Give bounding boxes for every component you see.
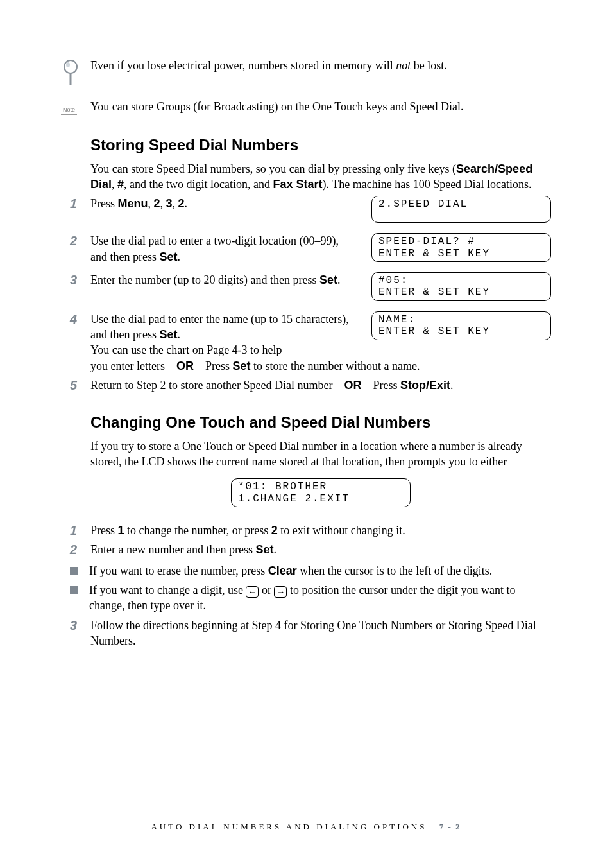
bullet-change-digit: If you want to change a digit, use ← or …: [61, 582, 551, 614]
txt: OR: [176, 360, 194, 372]
txt: —Press: [361, 379, 400, 392]
txt: 3: [166, 197, 173, 210]
txt: Stop/Exit: [400, 379, 450, 392]
step-3: 3 Follow the directions beginning at Ste…: [61, 618, 551, 649]
txt: Fax Start: [273, 178, 322, 191]
txt: or: [259, 584, 274, 596]
step-3: 3 Enter the number (up to 20 digits) and…: [61, 272, 551, 308]
txt: 2: [178, 197, 185, 210]
sec2-steps: 1 Press 1 to change the number, or press…: [61, 523, 551, 558]
step-number: 3: [61, 272, 90, 288]
lcd-display: #05: ENTER & SET KEY: [371, 272, 551, 301]
step-text: Use the dial pad to enter a two-digit lo…: [90, 233, 352, 268]
tip-callout: Even if you lose electrical power, numbe…: [61, 58, 551, 87]
txt: Press: [90, 524, 118, 537]
txt: Use the dial pad to enter the name (up t…: [90, 313, 349, 341]
magnifier-icon: [61, 59, 87, 87]
txt: to change the number, or press: [124, 524, 271, 537]
footer-title: AUTO DIAL NUMBERS AND DIALING OPTIONS: [151, 822, 427, 831]
step-1: 1 Press Menu, 2, 3, 2. 2.SPEED DIAL: [61, 196, 551, 229]
tip-text: Even if you lose electrical power, numbe…: [90, 58, 551, 73]
tip-text-after: be lost.: [411, 59, 447, 72]
txt: to store the number without a name.: [251, 360, 420, 372]
txt: You can store Speed Dial numbers, so you…: [90, 162, 456, 175]
footer-page: 7 - 2: [439, 822, 461, 831]
step-1: 1 Press 1 to change the number, or press…: [61, 523, 551, 538]
txt: 2: [154, 197, 160, 210]
txt: ,: [173, 197, 178, 210]
step-number: 1: [61, 196, 90, 211]
txt: Set: [319, 273, 337, 286]
txt: If you want to change a digit, use: [89, 584, 246, 596]
txt: Set: [159, 328, 177, 341]
step-number: 2: [61, 233, 90, 248]
heading-changing-numbers: Changing One Touch and Speed Dial Number…: [90, 412, 551, 433]
txt: Return to Step 2 to store another Speed …: [90, 379, 344, 392]
step-text: Use the dial pad to enter the name (up t…: [90, 311, 352, 358]
note-label: Note: [61, 105, 77, 115]
step-number: 3: [61, 618, 90, 633]
sec1-intro: You can store Speed Dial numbers, so you…: [90, 161, 551, 193]
txt: OR: [344, 379, 361, 392]
sec2-steps-cont: 3 Follow the directions beginning at Ste…: [61, 618, 551, 649]
sec2-intro: If you try to store a One Touch or Speed…: [90, 438, 551, 470]
step-text: Press Menu, 2, 3, 2.: [90, 196, 352, 229]
step-text: Enter the number (up to 20 digits) and t…: [90, 272, 352, 308]
txt: .: [337, 273, 341, 286]
note-text: You can store Groups (for Broadcasting) …: [90, 99, 551, 114]
txt: Clear: [268, 564, 297, 577]
txt: to exit without changing it.: [278, 524, 405, 537]
txt: —Press: [194, 360, 233, 372]
step-text: Enter a new number and then press Set.: [90, 542, 551, 557]
lcd-display: 2.SPEED DIAL: [371, 196, 551, 223]
arrow-right-icon: →: [274, 586, 287, 598]
txt: 2: [271, 524, 278, 537]
txt: Menu: [118, 197, 148, 210]
step-text: Press 1 to change the number, or press 2…: [90, 523, 551, 538]
txt: Enter a new number and then press: [90, 543, 255, 556]
txt: ). The machine has 100 Speed Dial locati…: [323, 178, 532, 191]
lcd-display: SPEED-DIAL? # ENTER & SET KEY: [371, 233, 551, 262]
step-number: 2: [61, 542, 90, 557]
txt: Press: [90, 197, 118, 210]
txt: .: [450, 379, 454, 392]
txt: Set: [232, 360, 250, 372]
bullet-text: If you want to change a digit, use ← or …: [89, 582, 551, 614]
page-footer: AUTO DIAL NUMBERS AND DIALING OPTIONS 7 …: [0, 821, 612, 833]
arrow-left-icon: ←: [246, 586, 259, 598]
step-number: 4: [61, 311, 90, 327]
bullet-text: If you want to erase the number, press C…: [89, 563, 492, 578]
lcd-display: NAME: ENTER & SET KEY: [371, 311, 551, 340]
step-4: 4 Use the dial pad to enter the name (up…: [61, 311, 551, 374]
step-text-cont: you enter letters—OR—Press Set to store …: [90, 358, 551, 374]
step-number: 5: [61, 378, 90, 393]
step-2: 2 Enter a new number and then press Set.: [61, 542, 551, 557]
bullet-erase: If you want to erase the number, press C…: [61, 563, 551, 578]
txt: .: [273, 543, 276, 556]
sec1-steps: 1 Press Menu, 2, 3, 2. 2.SPEED DIAL 2 Us…: [61, 196, 551, 393]
note-callout: Note You can store Groups (for Broadcast…: [61, 99, 551, 116]
svg-point-0: [64, 60, 77, 73]
sec2-bullets: If you want to erase the number, press C…: [61, 563, 551, 614]
txt: Set: [159, 250, 177, 263]
step-2: 2 Use the dial pad to enter a two-digit …: [61, 233, 551, 268]
txt: ,: [112, 178, 117, 191]
txt: Set: [255, 543, 273, 556]
svg-point-1: [66, 62, 70, 67]
txt: when the cursor is to the left of the di…: [297, 564, 492, 577]
txt: 1: [118, 524, 124, 537]
txt: #: [117, 178, 124, 191]
step-number: 1: [61, 523, 90, 538]
txt: .: [185, 197, 188, 210]
txt: If you want to erase the number, press: [89, 564, 268, 577]
step-5: 5 Return to Step 2 to store another Spee…: [61, 378, 551, 393]
txt: Use the dial pad to enter a two-digit lo…: [90, 234, 339, 263]
note-icon: Note: [61, 100, 87, 116]
txt: Enter the number (up to 20 digits) and t…: [90, 273, 319, 286]
txt: , and the two digit location, and: [124, 178, 273, 191]
heading-storing-speed-dial: Storing Speed Dial Numbers: [90, 135, 551, 155]
step-text: Follow the directions beginning at Step …: [90, 618, 551, 649]
lcd-display: *01: BROTHER 1.CHANGE 2.EXIT: [231, 478, 411, 507]
txt: .: [178, 250, 181, 263]
tip-emph: not: [396, 59, 411, 72]
